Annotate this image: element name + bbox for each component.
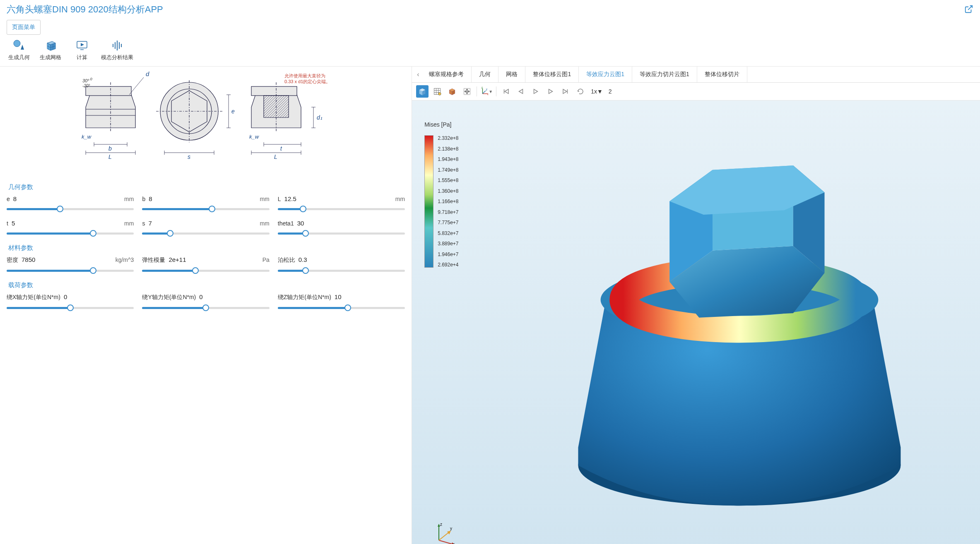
param-label-t: t [7,220,8,227]
slider-mx[interactable] [7,304,134,312]
svg-text:k_w: k_w [82,134,92,140]
legend-tick: 3.889e+7 [438,241,458,247]
anim-last-button[interactable] [559,85,572,98]
svg-text:d₁: d₁ [317,114,323,121]
tab-scroll-left[interactable]: ‹ [414,67,421,81]
legend-tick: 5.832e+7 [438,230,458,236]
legend-tick: 1.360e+8 [438,188,458,194]
param-value-s: 7 [148,220,152,227]
svg-text:L: L [108,153,112,160]
param-unit: mm [395,196,405,202]
slider-b[interactable] [142,205,269,213]
param-unit: mm [124,220,134,227]
tab-geometry[interactable]: 几何 [472,67,498,82]
tab-von-mises-slice[interactable]: 等效应力切片云图1 [632,67,697,82]
slider-poisson[interactable] [278,266,405,275]
load-section-title: 载荷参数 [7,281,405,289]
param-value-e: 8 [13,195,17,202]
param-unit: mm [260,196,269,202]
generate-mesh-button[interactable]: 生成网格 [38,39,63,61]
anim-play-button[interactable] [530,85,542,98]
slider-my[interactable] [142,304,269,312]
popout-icon[interactable] [964,5,973,15]
param-value-b: 8 [149,195,152,202]
param-value-density: 7850 [22,256,35,263]
legend-tick: 1.749e+8 [438,167,458,173]
anim-first-button[interactable] [500,85,512,98]
axis-selector-button[interactable]: zxy ▼ [480,85,493,98]
legend-tick: 2.332e+8 [438,135,458,141]
svg-text:y: y [486,88,488,91]
anim-prev-button[interactable] [515,85,527,98]
param-label-b: b [142,196,145,202]
svg-text:e: e [231,108,235,115]
tab-mesh[interactable]: 网格 [498,67,525,82]
pan-button[interactable] [461,85,473,98]
mesh-cube-icon [44,39,57,52]
slider-theta1[interactable] [278,229,405,237]
waveform-icon [111,39,124,52]
legend-tick: 2.692e+4 [438,262,458,268]
svg-marker-81 [468,91,470,92]
legend-tick: 1.943e+8 [438,156,458,162]
slider-mz[interactable] [278,304,405,312]
compute-button[interactable]: 计算 [70,39,94,61]
slider-e[interactable] [7,205,134,213]
tab-displacement-slice[interactable]: 整体位移切片 [697,67,747,82]
frame-count: 2 [607,88,614,95]
param-label-L: L [278,196,281,202]
mesh-overlay-button[interactable] [446,85,458,98]
param-value-mx: 0 [64,293,67,300]
param-value-L: 12.5 [284,195,296,202]
svg-marker-89 [505,89,508,94]
param-value-poisson: 0.3 [299,256,307,263]
tool-label: 模态分析结果 [101,54,133,61]
anim-next-button[interactable] [544,85,557,98]
legend-colorbar [424,135,433,268]
anim-loop-button[interactable] [574,85,587,98]
svg-text:y: y [450,526,452,531]
3d-viewer[interactable]: Mises [Pa] 2.332e+82.138e+81.943e+81.749… [412,101,980,544]
svg-marker-92 [549,89,553,94]
param-label-my: 绕Y轴力矩(单位N*m) [142,294,196,301]
tab-displacement[interactable]: 整体位移云图1 [525,67,579,82]
tab-von-mises[interactable]: 等效应力云图1 [579,67,632,82]
grid-toggle-button[interactable] [431,85,443,98]
legend-tick: 1.555e+8 [438,177,458,183]
slider-s[interactable] [142,229,269,237]
geometry-section-title: 几何参数 [7,183,405,191]
legend-tick: 2.138e+8 [438,146,458,152]
page-menu[interactable]: 页面菜单 [7,20,41,35]
svg-line-106 [439,540,453,544]
frame-speed-selector[interactable]: 1x▼ [589,88,604,95]
generate-geometry-button[interactable]: 生成几何 [7,39,31,61]
param-label-mz: 绕Z轴力矩(单位N*m) [278,294,331,301]
param-label-mx: 绕X轴力矩(单位N*m) [7,294,60,301]
axis-triad: z y x [433,522,457,544]
legend-title: Mises [Pa] [424,121,458,128]
svg-text:t: t [280,145,282,152]
tool-label: 计算 [77,54,87,61]
slider-L[interactable] [278,205,405,213]
svg-text:z: z [482,87,483,89]
svg-rect-18 [86,86,131,96]
svg-text:b: b [108,145,112,152]
view-cube-button[interactable] [416,85,429,98]
slider-density[interactable] [7,266,134,275]
svg-marker-109 [447,531,451,534]
svg-point-73 [438,93,441,96]
modal-results-button[interactable]: 模态分析结果 [101,39,133,61]
schematic-drawing: d 30°0 -20° k_w b L s e d₁ k_w t L 允许使用最… [7,70,405,177]
legend-tick: 9.718e+7 [438,209,458,215]
svg-text:0.33 x d1的定心尖端。: 0.33 x d1的定心尖端。 [284,79,330,84]
sphere-cone-icon [12,39,26,52]
tool-label: 生成几何 [8,54,30,61]
tab-spec[interactable]: 螺塞规格参考 [421,67,472,82]
svg-marker-80 [465,91,466,92]
svg-text:d: d [146,70,149,77]
slider-young[interactable] [142,266,269,275]
param-label-density: 密度 [7,256,18,264]
param-value-theta1: 30 [297,220,304,227]
slider-t[interactable] [7,229,134,237]
model-render [515,117,963,536]
